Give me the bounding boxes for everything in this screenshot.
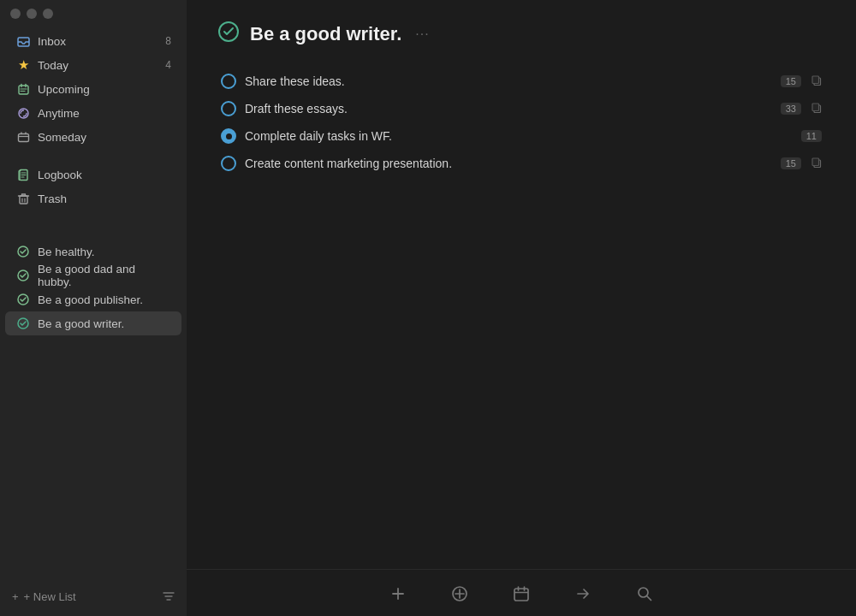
task-label-1: Share these ideas.: [245, 74, 769, 88]
someday-icon: [15, 129, 31, 145]
task-label-3: Complete daily tasks in WF.: [245, 129, 789, 143]
upcoming-icon: [15, 81, 31, 97]
window-controls: [10, 9, 53, 19]
logbook-icon: [15, 167, 31, 182]
task-copy-icon-1: [811, 75, 822, 88]
someday-label: Someday: [38, 131, 171, 144]
task-circle-2[interactable]: [221, 101, 236, 116]
add-task-button[interactable]: [384, 580, 412, 607]
area-writer-icon: [15, 316, 31, 331]
main-content: Be a good writer. ··· Share these ideas.…: [187, 0, 856, 616]
svg-rect-15: [20, 196, 27, 204]
areas-section: Be healthy. Be a good dad and hubby. Be …: [0, 240, 187, 335]
sidebar-item-be-good-writer[interactable]: Be a good writer.: [5, 311, 181, 335]
area-dad-icon: [15, 268, 31, 283]
calendar-button[interactable]: [508, 580, 535, 607]
task-badge-1: 15: [781, 75, 801, 87]
anytime-icon: [15, 105, 31, 121]
main-title-icon: [217, 21, 240, 48]
today-label: Today: [38, 59, 162, 72]
svg-rect-33: [812, 104, 819, 111]
svg-rect-41: [514, 589, 528, 601]
task-badge-4: 15: [781, 157, 801, 169]
add-project-button[interactable]: [446, 580, 473, 607]
sidebar: Inbox 8 ★ Today 4 Upcoming: [0, 0, 187, 616]
sidebar-item-trash[interactable]: Trash: [5, 187, 181, 210]
close-button[interactable]: [10, 9, 21, 19]
tasks-list: Share these ideas. 15 Draft these essays…: [187, 62, 856, 183]
sidebar-item-be-healthy[interactable]: Be healthy.: [5, 240, 181, 264]
area-dad-label: Be a good dad and hubby.: [38, 263, 171, 288]
area-healthy-label: Be healthy.: [38, 246, 171, 258]
task-circle-1[interactable]: [221, 74, 236, 89]
inbox-icon: [15, 33, 31, 49]
area-healthy-icon: [15, 244, 31, 259]
task-item[interactable]: Create content marketing presentation. 1…: [217, 151, 825, 176]
maximize-button[interactable]: [43, 9, 53, 19]
task-copy-icon-4: [811, 157, 822, 170]
logbook-label: Logbook: [38, 169, 171, 181]
new-list-button[interactable]: + + New List: [5, 587, 83, 607]
task-label-2: Draft these essays.: [245, 102, 769, 116]
task-badge-2: 33: [781, 103, 801, 115]
sidebar-item-anytime[interactable]: Anytime: [5, 101, 181, 125]
svg-rect-1: [19, 86, 28, 94]
svg-rect-7: [18, 133, 28, 141]
area-publisher-icon: [15, 292, 31, 307]
today-count: 4: [165, 59, 171, 71]
bottom-toolbar: [187, 569, 856, 616]
task-item[interactable]: Draft these essays. 33: [217, 96, 825, 121]
anytime-label: Anytime: [38, 107, 171, 120]
task-badge-3: 11: [801, 130, 822, 142]
main-title: Be a good writer.: [250, 23, 401, 45]
area-writer-label: Be a good writer.: [38, 317, 171, 330]
trash-icon: [15, 191, 31, 206]
sidebar-footer: + + New List: [0, 577, 187, 616]
filter-button[interactable]: [156, 583, 181, 609]
svg-point-45: [639, 588, 648, 597]
sidebar-item-be-good-dad[interactable]: Be a good dad and hubby.: [5, 264, 181, 287]
task-copy-icon-2: [811, 103, 822, 116]
new-list-plus-icon: +: [12, 590, 19, 603]
main-header: Be a good writer. ···: [187, 0, 856, 62]
inbox-count: 8: [165, 35, 171, 47]
minimize-button[interactable]: [27, 9, 37, 19]
task-item[interactable]: Share these ideas. 15: [217, 68, 825, 94]
sidebar-item-today[interactable]: ★ Today 4: [5, 53, 181, 77]
sidebar-item-inbox[interactable]: Inbox 8: [5, 29, 181, 53]
forward-button[interactable]: [569, 580, 597, 607]
svg-rect-35: [812, 158, 819, 166]
upcoming-label: Upcoming: [38, 83, 171, 96]
task-item[interactable]: Complete daily tasks in WF. 11: [217, 123, 825, 149]
task-label-4: Create content marketing presentation.: [245, 157, 769, 170]
more-options-button[interactable]: ···: [415, 27, 429, 42]
utility-section: Logbook Trash: [0, 161, 187, 212]
trash-label: Trash: [38, 192, 171, 205]
area-publisher-label: Be a good publisher.: [38, 293, 171, 306]
sidebar-item-be-good-publisher[interactable]: Be a good publisher.: [5, 287, 181, 311]
task-circle-3[interactable]: [221, 128, 236, 144]
sidebar-item-someday[interactable]: Someday: [5, 125, 181, 149]
today-icon: ★: [15, 57, 31, 73]
inbox-label: Inbox: [38, 35, 162, 48]
svg-rect-31: [812, 76, 819, 84]
task-circle-4[interactable]: [221, 156, 236, 171]
new-list-label: + New List: [24, 590, 76, 603]
sidebar-item-logbook[interactable]: Logbook: [5, 163, 181, 187]
search-button[interactable]: [631, 580, 658, 607]
svg-line-46: [647, 596, 651, 601]
smart-lists-section: Inbox 8 ★ Today 4 Upcoming: [0, 27, 187, 151]
sidebar-item-upcoming[interactable]: Upcoming: [5, 77, 181, 101]
